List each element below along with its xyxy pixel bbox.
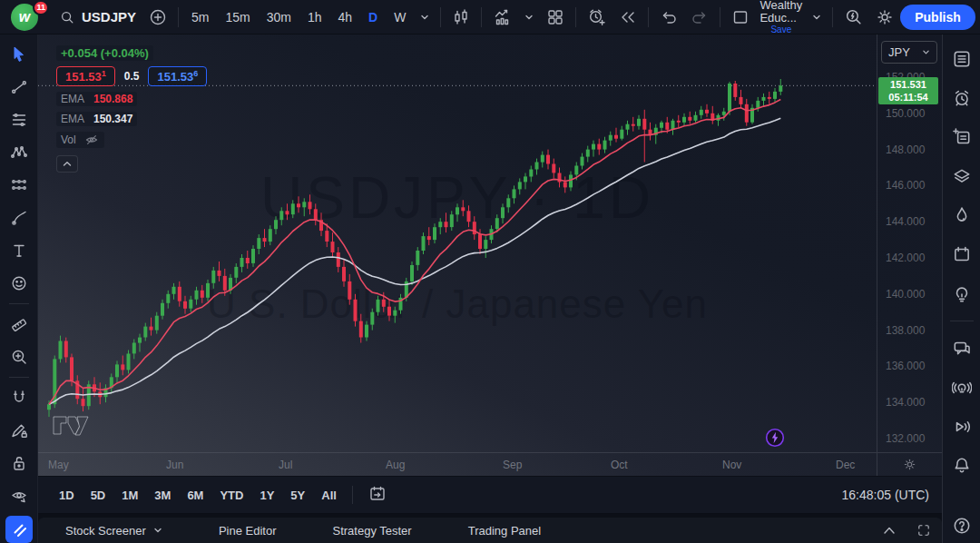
time-axis-label: Nov <box>722 459 741 471</box>
quick-search-button[interactable] <box>838 5 869 30</box>
drawing-mode-lock-button[interactable] <box>5 418 33 443</box>
measure-tool-button[interactable] <box>5 311 33 337</box>
range-3m[interactable]: 3M <box>146 485 179 506</box>
trend-line-tool-button[interactable] <box>5 74 33 100</box>
range-ytd[interactable]: YTD <box>211 485 251 506</box>
streams-button[interactable] <box>950 376 974 400</box>
price-tick-label: 136.000 <box>886 360 925 372</box>
stock-screener-label: Stock Screener <box>65 524 146 538</box>
timeframe-w[interactable]: W <box>386 5 414 30</box>
timeframe-15m[interactable]: 15m <box>217 5 258 30</box>
chat-button[interactable] <box>950 337 974 360</box>
pattern-tool-button[interactable] <box>5 140 33 165</box>
brush-tool-button[interactable] <box>5 205 33 231</box>
range-all[interactable]: All <box>313 485 345 506</box>
indicators-menu-button[interactable] <box>518 5 540 30</box>
undo-button[interactable] <box>653 5 684 30</box>
watchlist-button[interactable] <box>950 47 974 71</box>
layout-menu-button[interactable] <box>806 5 828 30</box>
price-scale[interactable]: JPY 152.000150.000148.000146.000144.0001… <box>877 35 942 452</box>
ema-slow-row[interactable]: EMA 150.347 <box>56 112 137 126</box>
range-1d[interactable]: 1D <box>51 485 83 506</box>
currency-unit-button[interactable]: JPY <box>881 41 937 64</box>
strategy-tester-label: Strategy Tester <box>332 524 411 538</box>
search-icon <box>59 9 75 25</box>
timeframe-30m[interactable]: 30m <box>259 5 299 30</box>
timeframe-5m[interactable]: 5m <box>183 5 217 30</box>
text-tool-button[interactable] <box>5 238 33 263</box>
fib-retracement-tool-button[interactable] <box>5 107 33 133</box>
help-button[interactable] <box>950 514 974 538</box>
timeframe-d[interactable]: D <box>360 5 386 30</box>
cursor-tool-button[interactable] <box>5 42 33 67</box>
interval-menu-button[interactable] <box>414 5 436 30</box>
go-to-date-button[interactable] <box>360 481 395 509</box>
watchlist-icon <box>952 49 972 69</box>
notifications-button[interactable] <box>950 454 974 478</box>
time-axis-label: Dec <box>836 459 855 471</box>
chevron-down-icon <box>812 14 821 21</box>
compare-add-button[interactable] <box>142 5 173 30</box>
tab-stock-screener[interactable]: Stock Screener <box>62 524 166 538</box>
time-axis[interactable]: MayJunJulAugSepOctNovDec <box>38 452 877 476</box>
undo-icon <box>660 8 678 26</box>
favorite-drawings-toggle[interactable] <box>5 516 33 543</box>
save-layout-link[interactable]: Save <box>770 25 791 35</box>
top-toolbar: w 11 USDJPY 5m15m30m1h4hDW <box>0 0 980 35</box>
flame-icon <box>952 205 972 225</box>
symbol-search-button[interactable]: USDJPY <box>53 5 142 30</box>
hotlists-button[interactable] <box>950 203 974 227</box>
redo-button[interactable] <box>684 5 715 30</box>
tab-trading-panel[interactable]: Trading Panel <box>465 524 544 538</box>
ema-fast-row[interactable]: EMA 150.868 <box>56 92 137 106</box>
app-logo[interactable]: w 11 <box>11 3 47 32</box>
range-5y[interactable]: 5Y <box>282 485 313 506</box>
alerts-button[interactable] <box>950 86 974 110</box>
ask-price-box[interactable]: 151.536 <box>148 66 207 86</box>
server-clock[interactable]: 16:48:05 (UTC) <box>842 488 929 502</box>
timeframe-1h[interactable]: 1h <box>299 5 330 30</box>
hide-drawings-button[interactable] <box>5 483 33 508</box>
chevron-down-icon <box>420 14 429 21</box>
right-sidebar <box>942 35 980 543</box>
chart-settings-button[interactable] <box>869 5 900 30</box>
expand-panel-chevron-icon[interactable] <box>882 525 897 536</box>
layout-name-button[interactable]: Wealthy Educ... Save <box>756 0 806 35</box>
chart-area[interactable]: USDJPY · 1D U.S. Dollar / Japanese Yen +… <box>38 35 942 476</box>
tab-pine-editor[interactable]: Pine Editor <box>215 524 280 538</box>
bid-price-box[interactable]: 151.531 <box>56 66 115 86</box>
fullscreen-icon[interactable] <box>916 523 931 538</box>
notes-button[interactable] <box>950 125 974 149</box>
range-5d[interactable]: 5D <box>83 485 114 506</box>
boost-lightning-button[interactable] <box>765 428 785 448</box>
chevron-down-icon <box>153 527 162 534</box>
create-alert-button[interactable] <box>581 5 612 30</box>
eye-slash-icon[interactable] <box>83 133 100 147</box>
axis-settings-corner[interactable] <box>877 452 942 476</box>
price-tick-label: 132.000 <box>886 432 925 445</box>
indicators-button[interactable] <box>486 5 518 30</box>
lock-all-drawings-button[interactable] <box>5 450 33 476</box>
bar-replay-button[interactable] <box>612 5 643 30</box>
volume-row[interactable]: Vol <box>56 132 104 148</box>
magnet-mode-button[interactable] <box>5 385 33 410</box>
emoji-tool-button[interactable] <box>5 271 33 296</box>
price-tick-label: 144.000 <box>886 215 925 228</box>
prediction-tool-button[interactable] <box>5 173 33 198</box>
publish-button[interactable]: Publish <box>900 5 975 30</box>
ideas-button[interactable] <box>950 281 974 305</box>
range-1m[interactable]: 1M <box>113 485 146 506</box>
object-tree-button[interactable] <box>950 164 974 188</box>
live-streams-button[interactable] <box>950 415 974 439</box>
legend-collapse-button[interactable] <box>56 155 78 173</box>
tradingview-logo-watermark[interactable] <box>53 416 89 436</box>
layout-select-button[interactable] <box>725 5 756 30</box>
tab-strategy-tester[interactable]: Strategy Tester <box>328 524 415 538</box>
calendar-button[interactable] <box>950 242 974 266</box>
zoom-in-tool-button[interactable] <box>5 344 33 370</box>
indicator-templates-button[interactable] <box>540 5 571 30</box>
chart-style-button[interactable] <box>446 5 476 30</box>
timeframe-4h[interactable]: 4h <box>330 5 361 30</box>
range-6m[interactable]: 6M <box>179 485 211 506</box>
range-1y[interactable]: 1Y <box>251 485 282 506</box>
